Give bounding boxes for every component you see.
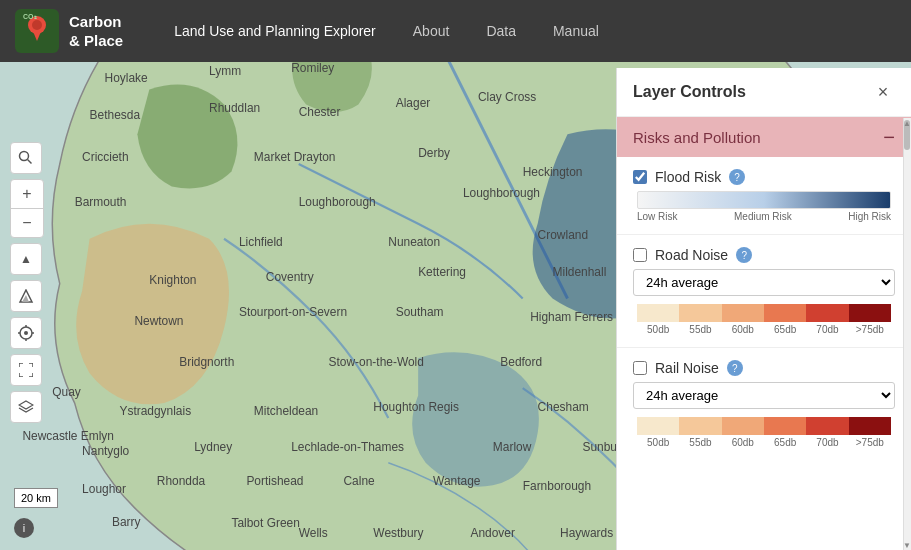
svg-text:Higham Ferrers: Higham Ferrers xyxy=(530,310,613,324)
svg-text:Bedford: Bedford xyxy=(500,355,542,369)
svg-text:Marlow: Marlow xyxy=(493,440,532,454)
svg-text:Westbury: Westbury xyxy=(373,526,423,540)
panel-content[interactable]: Risks and Pollution − Flood Risk ? Low R… xyxy=(617,117,911,550)
road-noise-check-row: Road Noise ? xyxy=(633,247,895,263)
flood-risk-help-icon[interactable]: ? xyxy=(729,169,745,185)
road-noise-label-0: 50db xyxy=(637,324,679,335)
svg-line-101 xyxy=(28,160,32,164)
road-noise-legend: 50db 55db 60db 65db 70db >75db xyxy=(633,304,895,335)
fullscreen-button[interactable] xyxy=(10,354,42,386)
svg-text:Derby: Derby xyxy=(418,146,450,160)
road-noise-label: Road Noise xyxy=(655,247,728,263)
flood-label-high: High Risk xyxy=(848,211,891,222)
svg-text:Coventry: Coventry xyxy=(266,270,314,284)
svg-text:Stourport-on-Severn: Stourport-on-Severn xyxy=(239,305,347,319)
svg-text:Talbot Green: Talbot Green xyxy=(231,516,299,530)
road-noise-block-1 xyxy=(679,304,721,322)
svg-text:Hoylake: Hoylake xyxy=(105,71,148,85)
svg-text:Clay Cross: Clay Cross xyxy=(478,90,536,104)
svg-text:Mildenhall: Mildenhall xyxy=(553,265,607,279)
svg-text:Bethesda: Bethesda xyxy=(90,108,141,122)
panel-scrollbar[interactable]: ▲ ▼ xyxy=(903,118,911,550)
svg-text:Loughor: Loughor xyxy=(82,482,126,496)
scale-indicator: 20 km xyxy=(14,488,58,508)
location-button[interactable] xyxy=(10,317,42,349)
scroll-down-arrow[interactable]: ▼ xyxy=(903,540,911,550)
risks-section-title: Risks and Pollution xyxy=(633,129,761,146)
svg-point-3 xyxy=(32,20,42,30)
rail-noise-checkbox[interactable] xyxy=(633,361,647,375)
svg-text:Barmouth: Barmouth xyxy=(75,195,127,209)
svg-text:Bridgnorth: Bridgnorth xyxy=(179,355,234,369)
svg-text:Wantage: Wantage xyxy=(433,474,481,488)
info-button[interactable]: i xyxy=(14,518,34,538)
risks-section-header[interactable]: Risks and Pollution − xyxy=(617,117,911,157)
flood-label-medium: Medium Risk xyxy=(734,211,792,222)
svg-text:Lechlade-on-Thames: Lechlade-on-Thames xyxy=(291,440,404,454)
rail-noise-label-0: 50db xyxy=(637,437,679,448)
road-noise-dropdown[interactable]: 24h average Day Evening Night xyxy=(633,269,895,296)
rail-noise-label-4: 70db xyxy=(806,437,848,448)
rail-noise-label-5: >75db xyxy=(849,437,891,448)
terrain-button[interactable] xyxy=(10,280,42,312)
svg-text:Wells: Wells xyxy=(299,526,328,540)
main-nav: Land Use and Planning Explorer About Dat… xyxy=(158,15,615,47)
logo-area: CO₂ Carbon & Place xyxy=(0,9,138,53)
close-button[interactable]: × xyxy=(871,80,895,104)
svg-text:Nuneaton: Nuneaton xyxy=(388,235,440,249)
rail-noise-block-3 xyxy=(764,417,806,435)
svg-text:Lymm: Lymm xyxy=(209,64,241,78)
road-noise-checkbox[interactable] xyxy=(633,248,647,262)
flood-risk-label: Flood Risk xyxy=(655,169,721,185)
zoom-controls: + − xyxy=(10,179,44,238)
layer-controls-panel: Layer Controls × Risks and Pollution − F… xyxy=(616,68,911,550)
app-header: CO₂ Carbon & Place Land Use and Planning… xyxy=(0,0,911,62)
svg-text:Crowland: Crowland xyxy=(538,228,588,242)
svg-text:Nantyglo: Nantyglo xyxy=(82,444,129,458)
road-noise-block-0 xyxy=(637,304,679,322)
road-noise-layer: Road Noise ? 24h average Day Evening Nig… xyxy=(617,239,911,343)
svg-text:Knighton: Knighton xyxy=(149,273,196,287)
rail-noise-dropdown[interactable]: 24h average Day Evening Night xyxy=(633,382,895,409)
risks-collapse-button[interactable]: − xyxy=(883,127,895,147)
rail-noise-check-row: Rail Noise ? xyxy=(633,360,895,376)
rail-noise-label-1: 55db xyxy=(679,437,721,448)
road-noise-help-icon[interactable]: ? xyxy=(736,247,752,263)
svg-text:Newcastle Emlyn: Newcastle Emlyn xyxy=(22,429,114,443)
svg-text:Criccieth: Criccieth xyxy=(82,150,128,164)
zoom-out-button[interactable]: − xyxy=(11,209,43,237)
layers-button[interactable] xyxy=(10,391,42,423)
svg-text:Stow-on-the-Wold: Stow-on-the-Wold xyxy=(329,355,424,369)
rail-noise-help-icon[interactable]: ? xyxy=(727,360,743,376)
panel-header: Layer Controls × xyxy=(617,68,911,117)
svg-text:Rhondda: Rhondda xyxy=(157,474,206,488)
nav-item-manual[interactable]: Manual xyxy=(537,15,615,47)
rail-noise-layer: Rail Noise ? 24h average Day Evening Nig… xyxy=(617,352,911,456)
road-noise-block-5 xyxy=(849,304,891,322)
svg-marker-110 xyxy=(19,401,33,409)
divider-2 xyxy=(617,347,911,348)
rail-noise-block-5 xyxy=(849,417,891,435)
zoom-in-button[interactable]: + xyxy=(11,180,43,208)
road-noise-label-1: 55db xyxy=(679,324,721,335)
flood-risk-checkbox[interactable] xyxy=(633,170,647,184)
svg-text:Romiley: Romiley xyxy=(291,62,334,75)
svg-text:Market Drayton: Market Drayton xyxy=(254,150,336,164)
scroll-up-arrow[interactable]: ▲ xyxy=(903,118,911,128)
nav-item-land-use[interactable]: Land Use and Planning Explorer xyxy=(158,15,392,47)
svg-text:Chester: Chester xyxy=(299,105,341,119)
nav-item-data[interactable]: Data xyxy=(470,15,532,47)
rail-noise-colors xyxy=(637,417,891,435)
divider-1 xyxy=(617,234,911,235)
nav-item-about[interactable]: About xyxy=(397,15,466,47)
road-noise-label-2: 60db xyxy=(722,324,764,335)
svg-point-100 xyxy=(20,152,29,161)
svg-text:Portishead: Portishead xyxy=(246,474,303,488)
road-noise-label-4: 70db xyxy=(806,324,848,335)
svg-text:Rhuddlan: Rhuddlan xyxy=(209,101,260,115)
search-button[interactable] xyxy=(10,142,42,174)
north-button[interactable]: ▲ xyxy=(10,243,42,275)
svg-text:Lichfield: Lichfield xyxy=(239,235,283,249)
flood-label-low: Low Risk xyxy=(637,211,678,222)
flood-risk-layer: Flood Risk ? Low Risk Medium Risk High R… xyxy=(617,161,911,230)
